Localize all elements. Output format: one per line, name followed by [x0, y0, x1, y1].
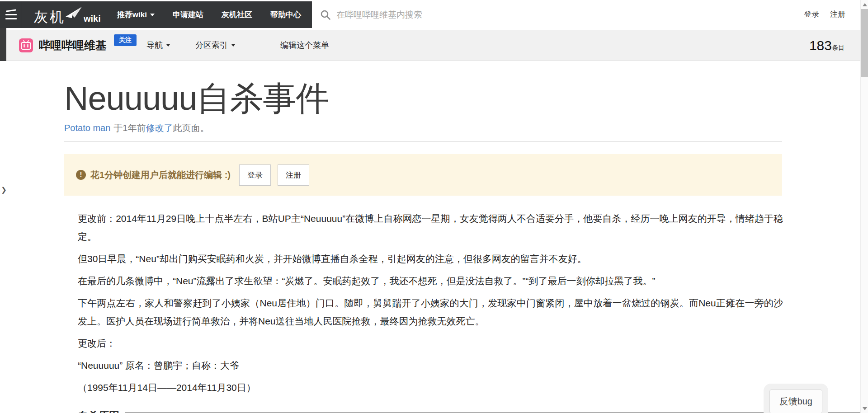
top-nav: 推荐wiki 申请建站 灰机社区 帮助中心	[108, 1, 310, 28]
hamburger-menu-icon[interactable]	[0, 1, 22, 28]
search-input[interactable]	[336, 10, 653, 20]
edit-history-link[interactable]: 修改了	[146, 123, 173, 133]
notice-text: 花1分钟创建用户后就能进行编辑 :)	[90, 169, 231, 181]
paragraph: 但30日早晨，“Neu”却出门购买安眠药和火炭，并开始微博直播自杀全程，引起网友…	[78, 250, 783, 268]
register-link[interactable]: 注册	[830, 9, 845, 19]
article-count-unit: 条目	[832, 44, 844, 52]
chevron-down-icon	[231, 44, 235, 47]
page-title: Neuuuuu自杀事件	[64, 79, 782, 117]
notice-register-button[interactable]: 注册	[278, 164, 309, 186]
top-global-bar: 登录 注册 灰机 wiki 推荐wiki	[0, 0, 868, 30]
search-area	[312, 0, 860, 30]
scrollbar-thumb[interactable]	[861, 9, 868, 77]
scrollbar-down-arrow[interactable]	[861, 405, 868, 412]
alert-icon: !	[76, 170, 86, 180]
article-count: 183 条目	[809, 30, 844, 61]
title-divider	[64, 141, 782, 142]
article: Neuuuuu自杀事件 Potato man于1年前修改了此页面。 ! 花1分钟…	[64, 61, 782, 401]
feedback-widget: 反馈bug	[764, 384, 828, 413]
chevron-down-icon	[166, 44, 170, 47]
top-nav-item[interactable]: 申请建站	[164, 1, 212, 28]
top-auth-links: 登录 注册	[804, 0, 845, 28]
paragraph: 下午两点左右，家人和警察赶到了小姨家（Neu居住地）门口。随即，舅舅踹开了小姨家…	[78, 294, 783, 330]
chevron-down-icon	[150, 14, 155, 16]
wikibar-index-dropdown[interactable]: 分区索引	[195, 40, 235, 51]
top-nav-item[interactable]: 灰机社区	[212, 1, 261, 28]
scrollbar-up-arrow[interactable]	[861, 1, 868, 8]
sidebar-expand-toggle[interactable]: ❯	[0, 183, 8, 197]
edit-menu-link[interactable]: 编辑这个菜单	[280, 40, 329, 51]
edit-notice-banner: ! 花1分钟创建用户后就能进行编辑 :) 登录 注册	[64, 154, 782, 196]
top-nav-item[interactable]: 推荐wiki	[108, 1, 164, 28]
byline-tail: 此页面。	[173, 123, 209, 133]
bilibili-wiki-icon[interactable]	[19, 38, 33, 52]
paper-plane-icon	[65, 6, 83, 19]
paragraph: “Neuuuuu” 原名：曾鹏宇；自称：大爷	[78, 357, 783, 375]
wiki-header-bar: 哔哩哔哩维基 关注 导航 分区索引 编辑这个菜单 183 条目	[0, 30, 868, 61]
vertical-scrollbar[interactable]	[860, 0, 868, 413]
huiji-wiki-logo[interactable]: 灰机 wiki	[34, 6, 101, 24]
login-link[interactable]: 登录	[804, 9, 819, 19]
page: 登录 注册 灰机 wiki 推荐wiki	[0, 0, 868, 413]
top-nav-item[interactable]: 帮助中心	[261, 1, 310, 28]
paragraph: 更改后：	[78, 334, 783, 352]
collapsed-sidebar-rail	[0, 28, 6, 61]
section-heading-cut: 自杀原因	[78, 409, 861, 413]
follow-button[interactable]: 关注	[114, 34, 137, 46]
paragraph: 在最后的几条微博中，“Neu”流露出了求生欲望：“炭燃了。安眠药起效了，我还不想…	[78, 272, 783, 290]
paragraph: （1995年11月14日——2014年11月30日）	[78, 379, 783, 397]
logo-text-en: wiki	[84, 14, 101, 23]
topbar-dark-section: 灰机 wiki 推荐wiki 申请建站	[0, 1, 312, 28]
author-link[interactable]: Potato man	[64, 123, 110, 133]
article-body: 更改前：2014年11月29日晚上十点半左右，B站UP主“Neuuuuu”在微博…	[78, 210, 783, 397]
logo-text-cn: 灰机	[34, 10, 66, 24]
section-heading-text: 自杀原因	[78, 409, 119, 413]
notice-login-button[interactable]: 登录	[239, 164, 271, 186]
article-count-number: 183	[809, 38, 832, 53]
byline: Potato man于1年前修改了此页面。	[64, 122, 782, 134]
search-icon	[320, 9, 331, 20]
wikibar-nav-dropdown[interactable]: 导航	[146, 40, 170, 51]
feedback-bug-button[interactable]: 反馈bug	[769, 390, 822, 413]
wiki-title[interactable]: 哔哩哔哩维基	[39, 38, 107, 53]
paragraph: 更改前：2014年11月29日晚上十点半左右，B站UP主“Neuuuuu”在微博…	[78, 210, 783, 246]
byline-text: 于1年前	[113, 123, 146, 133]
